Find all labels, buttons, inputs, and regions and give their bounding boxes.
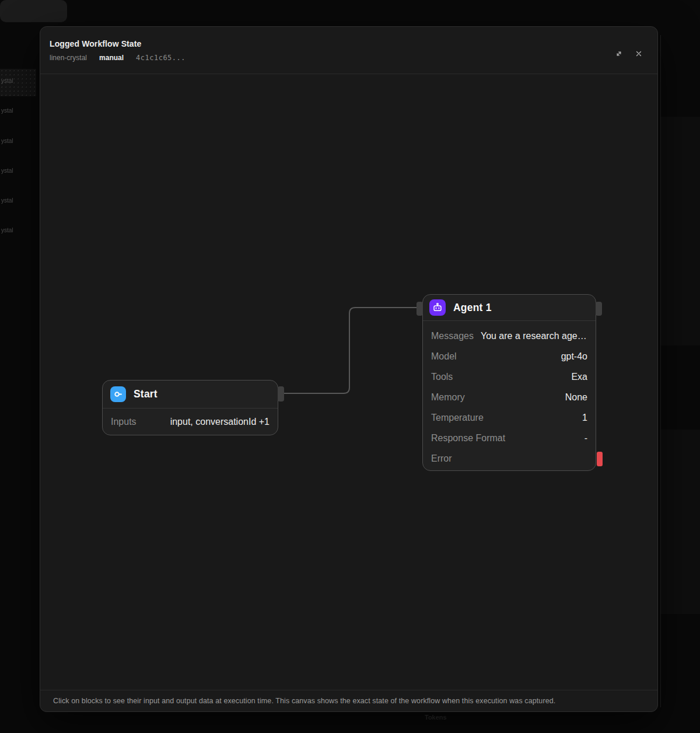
workflow-name: linen-crystal bbox=[50, 54, 87, 62]
robot-icon bbox=[429, 299, 446, 316]
row-label: Tools bbox=[431, 372, 453, 382]
execution-id: 4c1c1c65... bbox=[136, 54, 186, 62]
background-tab bbox=[0, 0, 67, 22]
background-sidebar-item: ystal bbox=[1, 197, 36, 207]
close-icon bbox=[634, 49, 643, 58]
background-panel bbox=[661, 117, 700, 345]
dialog-footer: Click on blocks to see their input and o… bbox=[40, 690, 657, 711]
logged-workflow-state-dialog: Logged Workflow State linen-crystal manu… bbox=[40, 26, 658, 712]
agent-node-title: Agent 1 bbox=[453, 302, 492, 314]
row-value: gpt-4o bbox=[561, 351, 587, 362]
trigger-badge: manual bbox=[99, 54, 124, 62]
dialog-header: Logged Workflow State linen-crystal manu… bbox=[40, 27, 657, 74]
start-inputs-row: Inputs input, conversationId +1 bbox=[103, 409, 278, 435]
agent-model-row: Model gpt-4o bbox=[423, 346, 596, 366]
agent-node-header: Agent 1 bbox=[423, 295, 596, 321]
start-connector-icon bbox=[110, 386, 126, 402]
execution-meta: linen-crystal manual 4c1c1c65... bbox=[50, 54, 186, 62]
row-value: You are a research agen... bbox=[481, 331, 587, 341]
row-label: Response Format bbox=[431, 433, 505, 444]
workflow-canvas[interactable]: Start Inputs input, conversationId +1 bbox=[40, 75, 657, 691]
background-tokens-column-header: Tokens bbox=[425, 714, 447, 721]
start-output-handle[interactable] bbox=[278, 386, 284, 402]
dialog-title: Logged Workflow State bbox=[50, 39, 141, 48]
background-sidebar-item: ystal bbox=[1, 138, 36, 147]
agent-memory-row: Memory None bbox=[423, 387, 596, 407]
agent-tools-row: Tools Exa bbox=[423, 366, 596, 387]
row-label: Memory bbox=[431, 392, 465, 403]
row-label: Messages bbox=[431, 331, 474, 341]
start-node-header: Start bbox=[103, 381, 278, 409]
expand-diagonal-icon bbox=[614, 49, 624, 58]
close-button[interactable] bbox=[632, 47, 646, 61]
row-value: 1 bbox=[582, 413, 587, 423]
agent-messages-row: Messages You are a research agen... bbox=[423, 326, 596, 346]
canvas-hint-text: Click on blocks to see their input and o… bbox=[53, 697, 555, 705]
background-panel bbox=[661, 430, 700, 614]
row-label: Inputs bbox=[111, 417, 136, 427]
node-agent-1[interactable]: Agent 1 Messages You are a research agen… bbox=[422, 294, 596, 471]
row-value: Exa bbox=[571, 372, 587, 382]
background-sidebar-item: ystal bbox=[1, 78, 36, 87]
background-sidebar-item: ystal bbox=[1, 107, 36, 117]
agent-node-rows: Messages You are a research agen... Mode… bbox=[423, 321, 596, 469]
node-start[interactable]: Start Inputs input, conversationId +1 bbox=[102, 380, 278, 435]
row-value: None bbox=[565, 392, 587, 403]
error-indicator bbox=[597, 452, 603, 466]
start-node-title: Start bbox=[134, 388, 158, 400]
background-sidebar-item: ystal bbox=[1, 227, 36, 236]
agent-response-format-row: Response Format - bbox=[423, 428, 596, 448]
agent-output-handle[interactable] bbox=[596, 302, 602, 316]
background-sidebar-item: ystal bbox=[1, 167, 36, 177]
agent-input-handle[interactable] bbox=[416, 302, 423, 316]
agent-error-row: Error bbox=[423, 448, 596, 469]
row-label: Temperature bbox=[431, 413, 484, 423]
row-label: Model bbox=[431, 351, 457, 362]
agent-temperature-row: Temperature 1 bbox=[423, 407, 596, 428]
row-label: Error bbox=[431, 453, 452, 464]
expand-button[interactable] bbox=[612, 47, 626, 61]
row-value: input, conversationId +1 bbox=[170, 417, 270, 427]
row-value: - bbox=[584, 433, 587, 444]
